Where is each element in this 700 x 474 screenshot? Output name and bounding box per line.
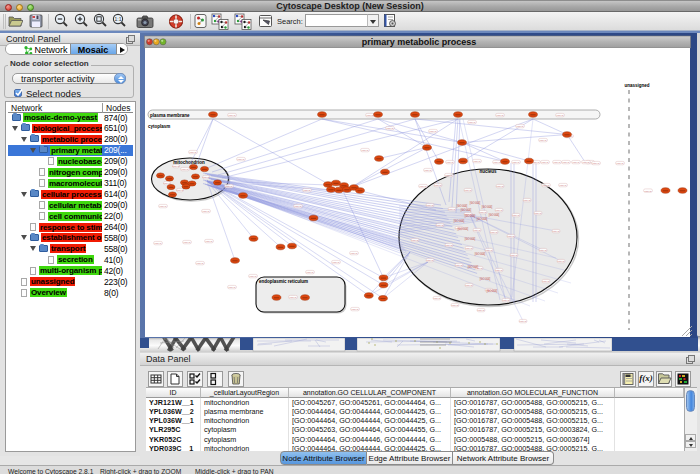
svg-text:[Gw-a]: [Gw-a]: [386, 127, 393, 130]
svg-text:[Gw-a]: [Gw-a]: [556, 114, 563, 117]
svg-text:[Gw-a]: [Gw-a]: [552, 230, 559, 233]
svg-text:[Gw-a]: [Gw-a]: [445, 244, 452, 247]
svg-text:[Gw-a]: [Gw-a]: [495, 209, 502, 212]
svg-text:[Gw-a]: [Gw-a]: [542, 184, 549, 187]
svg-text:[Gw-a]: [Gw-a]: [159, 205, 166, 208]
svg-text:[Gw-a]: [Gw-a]: [426, 259, 433, 262]
svg-text:[Gw-a]: [Gw-a]: [512, 214, 519, 217]
svg-text:[GO:004]: [GO:004]: [477, 217, 488, 221]
svg-text:[Gw-a]: [Gw-a]: [419, 185, 426, 188]
svg-text:[Gw-a]: [Gw-a]: [553, 161, 560, 164]
svg-text:[GO:004]: [GO:004]: [465, 214, 476, 218]
svg-text:[GO:004]: [GO:004]: [489, 213, 500, 217]
svg-text:[Gw-a]: [Gw-a]: [523, 199, 530, 202]
svg-text:[Gw-a]: [Gw-a]: [429, 130, 436, 133]
svg-text:cytoplasm: cytoplasm: [148, 124, 170, 129]
svg-text:[Gw-a]: [Gw-a]: [572, 161, 579, 164]
svg-text:[Gw-a]: [Gw-a]: [455, 264, 462, 267]
svg-text:[Gw-a]: [Gw-a]: [465, 284, 472, 287]
svg-text:[Gw-a]: [Gw-a]: [562, 161, 569, 164]
svg-text:primary metabolic process: primary metabolic process: [362, 37, 477, 47]
svg-text:[Gw-a]: [Gw-a]: [434, 184, 441, 187]
svg-text:[Gw-a]: [Gw-a]: [202, 210, 209, 213]
svg-text:[Gw-a]: [Gw-a]: [228, 114, 235, 117]
svg-text:[Gw-a]: [Gw-a]: [306, 271, 313, 274]
svg-text:[Gw-a]: [Gw-a]: [451, 304, 458, 307]
svg-text:[Gw-a]: [Gw-a]: [496, 114, 503, 117]
svg-text:[GO:004]: [GO:004]: [468, 265, 479, 269]
svg-text:[Gw-a]: [Gw-a]: [592, 162, 599, 165]
svg-text:[Gw-a]: [Gw-a]: [183, 241, 190, 244]
svg-text:[Gw-a]: [Gw-a]: [519, 320, 526, 323]
svg-text:[GO:004]: [GO:004]: [487, 289, 498, 293]
svg-text:[Gw-a]: [Gw-a]: [181, 168, 188, 171]
svg-text:[Gw-a]: [Gw-a]: [205, 240, 212, 243]
svg-text:[GO:004]: [GO:004]: [480, 277, 491, 281]
svg-text:[Gw-a]: [Gw-a]: [464, 189, 471, 192]
svg-text:[Gw-a]: [Gw-a]: [490, 231, 497, 234]
svg-text:[GO:004]: [GO:004]: [457, 204, 468, 208]
svg-text:[Gw-a]: [Gw-a]: [237, 158, 244, 161]
svg-text:[Gw-a]: [Gw-a]: [303, 189, 310, 192]
svg-text:[Gw-a]: [Gw-a]: [516, 125, 523, 128]
svg-text:[Gw-a]: [Gw-a]: [361, 149, 368, 152]
svg-text:endoplasmic reticulum: endoplasmic reticulum: [259, 279, 308, 284]
svg-text:[Gw-a]: [Gw-a]: [411, 239, 418, 242]
svg-text:[Gw-a]: [Gw-a]: [616, 162, 623, 165]
svg-text:[Gw-a]: [Gw-a]: [249, 275, 256, 278]
svg-text:[Gw-a]: [Gw-a]: [448, 208, 455, 211]
svg-text:[Gw-a]: [Gw-a]: [351, 308, 358, 311]
svg-text:[Gw-a]: [Gw-a]: [189, 151, 196, 154]
svg-text:[Gw-a]: [Gw-a]: [202, 176, 209, 179]
svg-text:[Gw-a]: [Gw-a]: [225, 185, 232, 188]
svg-text:[Gw-a]: [Gw-a]: [465, 247, 472, 250]
svg-text:[Gw-a]: [Gw-a]: [228, 286, 235, 289]
svg-text:[Gw-a]: [Gw-a]: [485, 249, 492, 252]
svg-text:[Gw-a]: [Gw-a]: [332, 261, 339, 264]
svg-text:[Gw-a]: [Gw-a]: [502, 299, 509, 302]
svg-text:[Gw-a]: [Gw-a]: [294, 205, 301, 208]
svg-text:mitochondrion: mitochondrion: [173, 160, 205, 165]
svg-text:[Gw-a]: [Gw-a]: [426, 204, 433, 207]
svg-text:[Gw-a]: [Gw-a]: [289, 296, 296, 299]
svg-text:[Gw-a]: [Gw-a]: [433, 297, 440, 300]
svg-text:[Gw-a]: [Gw-a]: [436, 224, 443, 227]
svg-text:[Gw-a]: [Gw-a]: [539, 249, 546, 252]
svg-text:[Gw-a]: [Gw-a]: [541, 161, 548, 164]
svg-text:[GO:004]: [GO:004]: [482, 205, 493, 209]
svg-text:[Gw-a]: [Gw-a]: [542, 280, 549, 283]
svg-text:[GO:004]: [GO:004]: [458, 227, 469, 231]
svg-text:[Gw-a]: [Gw-a]: [479, 211, 486, 214]
svg-text:[Gw-a]: [Gw-a]: [644, 190, 651, 193]
svg-text:[Gw-a]: [Gw-a]: [495, 269, 502, 272]
svg-text:[GO:004]: [GO:004]: [475, 252, 486, 256]
svg-text:unassigned: unassigned: [624, 83, 649, 88]
svg-text:plasma membrane: plasma membrane: [150, 113, 190, 118]
svg-text:[Gw-a]: [Gw-a]: [512, 161, 519, 164]
svg-text:[GO:004]: [GO:004]: [454, 219, 465, 223]
svg-text:[Gw-a]: [Gw-a]: [196, 262, 203, 265]
svg-text:[Gw-a]: [Gw-a]: [445, 174, 452, 177]
svg-text:[Gw-a]: [Gw-a]: [172, 165, 179, 168]
svg-text:[Gw-a]: [Gw-a]: [154, 242, 161, 245]
svg-text:[Gw-a]: [Gw-a]: [557, 260, 564, 263]
svg-text:[GO:004]: [GO:004]: [470, 201, 481, 205]
svg-text:[Gw-a]: [Gw-a]: [477, 309, 484, 312]
svg-text:[Gw-a]: [Gw-a]: [496, 185, 503, 188]
svg-text:[Gw-a]: [Gw-a]: [539, 139, 546, 142]
svg-text:[Gw-a]: [Gw-a]: [366, 114, 373, 117]
svg-text:1:1: 1:1: [115, 16, 122, 22]
svg-text:[Gw-a]: [Gw-a]: [468, 121, 475, 124]
svg-text:[Gw-a]: [Gw-a]: [559, 184, 566, 187]
svg-text:[Gw-a]: [Gw-a]: [510, 254, 517, 257]
svg-text:[Gw-a]: [Gw-a]: [424, 169, 431, 172]
svg-text:[Gw-a]: [Gw-a]: [582, 161, 589, 164]
svg-text:[Gw-a]: [Gw-a]: [507, 235, 514, 238]
svg-text:[Gw-a]: [Gw-a]: [493, 161, 500, 164]
svg-text:nucleus: nucleus: [479, 169, 497, 174]
svg-text:[Gw-a]: [Gw-a]: [350, 252, 357, 255]
svg-text:[Gw-a]: [Gw-a]: [446, 161, 453, 164]
svg-text:[Gw-a]: [Gw-a]: [473, 229, 480, 232]
svg-text:[GO:004]: [GO:004]: [465, 237, 476, 241]
svg-text:[Gw-a]: [Gw-a]: [473, 160, 480, 163]
